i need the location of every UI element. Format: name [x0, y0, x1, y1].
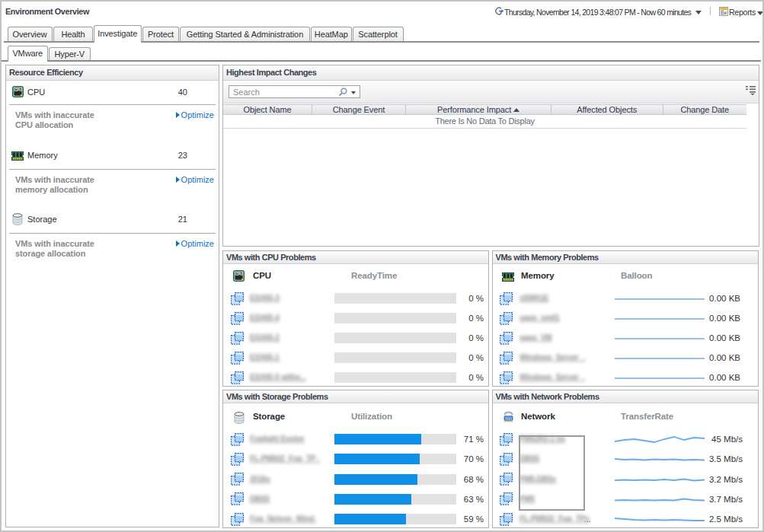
svg-text:CPU: CPU [14, 88, 22, 92]
svg-text:CPU: CPU [235, 272, 243, 276]
